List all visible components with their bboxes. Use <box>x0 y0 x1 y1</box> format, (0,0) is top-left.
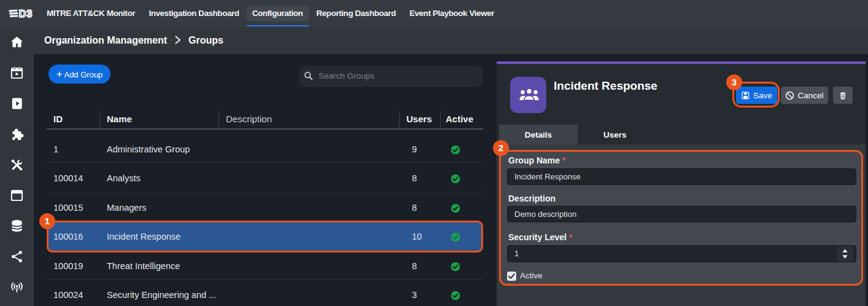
svg-text:D3: D3 <box>19 8 33 19</box>
